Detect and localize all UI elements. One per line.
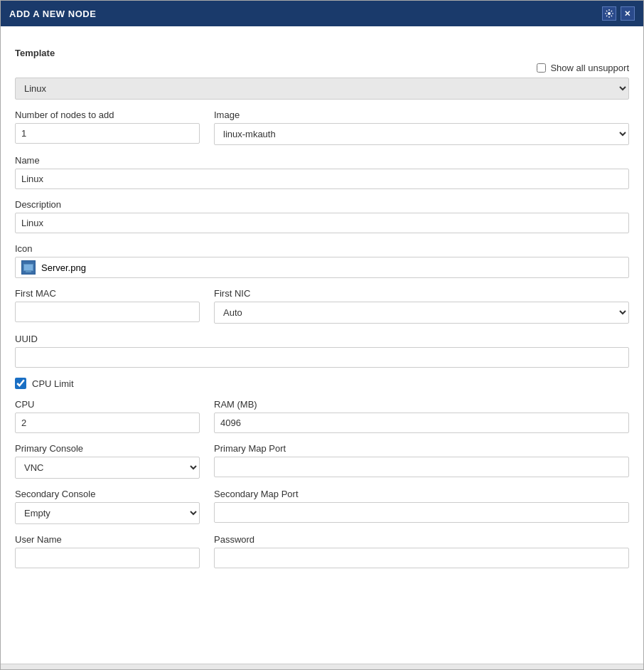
cpu-label: CPU bbox=[15, 399, 200, 410]
primary-map-port-input[interactable] bbox=[214, 457, 629, 477]
uuid-input[interactable] bbox=[15, 347, 629, 368]
description-label: Description bbox=[15, 199, 629, 210]
dialog-footer bbox=[1, 664, 643, 669]
dialog-body: Template Show all unsupport Linux Number… bbox=[1, 26, 643, 664]
mac-nic-row: First MAC First NIC Auto Manual bbox=[15, 288, 629, 324]
image-col: Image linux-mkauth bbox=[214, 110, 629, 145]
first-mac-input[interactable] bbox=[15, 302, 200, 322]
username-input[interactable] bbox=[15, 548, 200, 568]
image-select[interactable]: linux-mkauth bbox=[214, 123, 629, 145]
first-nic-select[interactable]: Auto Manual bbox=[214, 302, 629, 324]
icon-filename: Server.png bbox=[41, 262, 86, 273]
header-settings-icon[interactable] bbox=[602, 6, 616, 21]
password-input[interactable] bbox=[214, 548, 629, 568]
primary-console-select[interactable]: VNC SPICE RDP bbox=[15, 457, 200, 479]
cpu-ram-row: CPU RAM (MB) bbox=[15, 399, 629, 433]
cpu-limit-label: CPU Limit bbox=[32, 378, 74, 389]
show-all-label-wrapper: Show all unsupport bbox=[537, 63, 629, 73]
first-mac-label: First MAC bbox=[15, 288, 200, 299]
secondary-map-port-col: Secondary Map Port bbox=[214, 489, 629, 524]
name-input[interactable] bbox=[15, 169, 629, 189]
username-label: User Name bbox=[15, 534, 200, 545]
cpu-col: CPU bbox=[15, 399, 200, 433]
nic-col: First NIC Auto Manual bbox=[214, 288, 629, 324]
nodes-image-row: Number of nodes to add Image linux-mkaut… bbox=[15, 110, 629, 145]
secondary-console-row: Secondary Console Empty VNC SPICE Second… bbox=[15, 489, 629, 524]
primary-map-port-label: Primary Map Port bbox=[214, 443, 629, 454]
icon-label: Icon bbox=[15, 243, 629, 254]
secondary-console-col: Secondary Console Empty VNC SPICE bbox=[15, 489, 200, 524]
template-label: Template bbox=[15, 48, 629, 58]
template-select[interactable]: Linux bbox=[15, 78, 629, 100]
cpu-limit-checkbox[interactable] bbox=[15, 378, 26, 389]
num-nodes-label: Number of nodes to add bbox=[15, 110, 200, 120]
primary-map-port-col: Primary Map Port bbox=[214, 443, 629, 479]
secondary-map-port-label: Secondary Map Port bbox=[214, 489, 629, 499]
uuid-label: UUID bbox=[15, 334, 629, 344]
show-all-checkbox[interactable] bbox=[537, 63, 546, 73]
header-close-icon[interactable]: ✕ bbox=[621, 6, 635, 21]
username-col: User Name bbox=[15, 534, 200, 568]
secondary-console-label: Secondary Console bbox=[15, 489, 200, 499]
description-input[interactable] bbox=[15, 213, 629, 233]
num-nodes-col: Number of nodes to add bbox=[15, 110, 200, 145]
primary-console-row: Primary Console VNC SPICE RDP Primary Ma… bbox=[15, 443, 629, 479]
credentials-row: User Name Password bbox=[15, 534, 629, 568]
template-section: Template Show all unsupport Linux bbox=[15, 48, 629, 100]
dialog-header: ADD A NEW NODE ✕ bbox=[1, 1, 643, 26]
secondary-map-port-input[interactable] bbox=[214, 502, 629, 523]
password-col: Password bbox=[214, 534, 629, 568]
num-nodes-input[interactable] bbox=[15, 123, 200, 144]
icon-section: Icon Server.png bbox=[15, 243, 629, 278]
secondary-console-select[interactable]: Empty VNC SPICE bbox=[15, 502, 200, 524]
ram-input[interactable] bbox=[214, 413, 629, 433]
cpu-limit-row: CPU Limit bbox=[15, 378, 629, 389]
show-all-text: Show all unsupport bbox=[550, 63, 629, 73]
show-all-row: Show all unsupport bbox=[15, 63, 629, 73]
first-nic-label: First NIC bbox=[214, 288, 629, 299]
header-icons: ✕ bbox=[602, 6, 635, 21]
image-label: Image bbox=[214, 110, 629, 120]
ram-col: RAM (MB) bbox=[214, 399, 629, 433]
dialog-title: ADD A NEW NODE bbox=[9, 9, 96, 19]
primary-console-label: Primary Console bbox=[15, 443, 200, 454]
server-icon-shape bbox=[23, 264, 33, 271]
name-label: Name bbox=[15, 155, 629, 166]
svg-point-0 bbox=[608, 12, 611, 15]
icon-field-wrapper[interactable]: Server.png bbox=[15, 257, 629, 278]
password-label: Password bbox=[214, 534, 629, 545]
mac-col: First MAC bbox=[15, 288, 200, 324]
ram-label: RAM (MB) bbox=[214, 399, 629, 410]
name-section: Name bbox=[15, 155, 629, 189]
cpu-input[interactable] bbox=[15, 413, 200, 433]
add-node-dialog: ADD A NEW NODE ✕ Template Show all unsup… bbox=[0, 0, 644, 670]
description-section: Description bbox=[15, 199, 629, 233]
primary-console-col: Primary Console VNC SPICE RDP bbox=[15, 443, 200, 479]
uuid-section: UUID bbox=[15, 334, 629, 368]
icon-preview bbox=[21, 260, 36, 275]
